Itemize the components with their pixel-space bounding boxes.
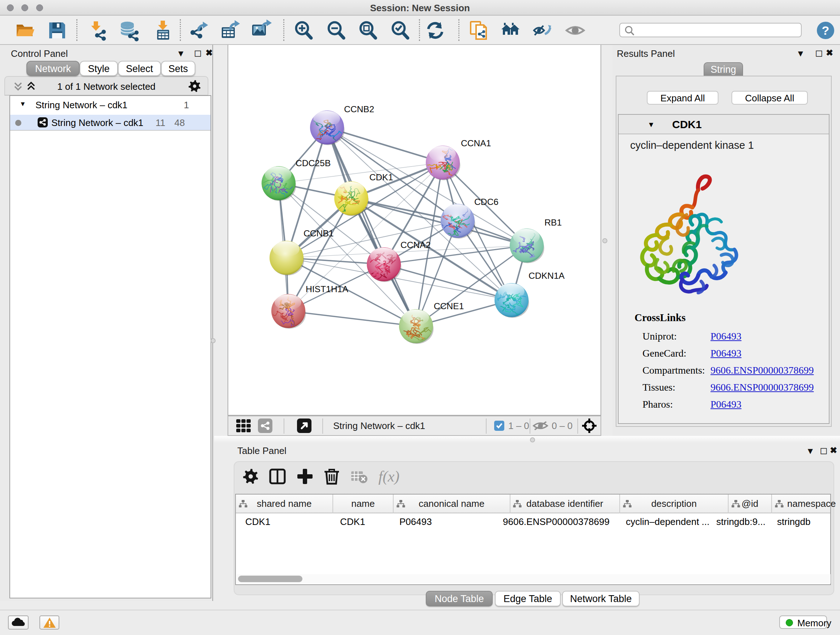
svg-text:CDC25B: CDC25B bbox=[295, 158, 331, 168]
svg-text:CCNB2: CCNB2 bbox=[344, 104, 374, 114]
svg-text:CCNA2: CCNA2 bbox=[401, 240, 431, 250]
svg-text:CCNE1: CCNE1 bbox=[434, 301, 464, 311]
svg-text:CCNB1: CCNB1 bbox=[303, 228, 333, 238]
svg-text:CDC6: CDC6 bbox=[474, 197, 499, 207]
svg-text:CCNA1: CCNA1 bbox=[461, 138, 491, 148]
svg-text:HIST1H1A: HIST1H1A bbox=[306, 284, 348, 294]
svg-text:CDKN1A: CDKN1A bbox=[529, 271, 565, 280]
svg-text:f(x): f(x) bbox=[378, 468, 399, 485]
svg-text:?: ? bbox=[822, 24, 829, 37]
svg-text:CDK1: CDK1 bbox=[369, 172, 393, 182]
svg-text:RB1: RB1 bbox=[545, 218, 562, 227]
